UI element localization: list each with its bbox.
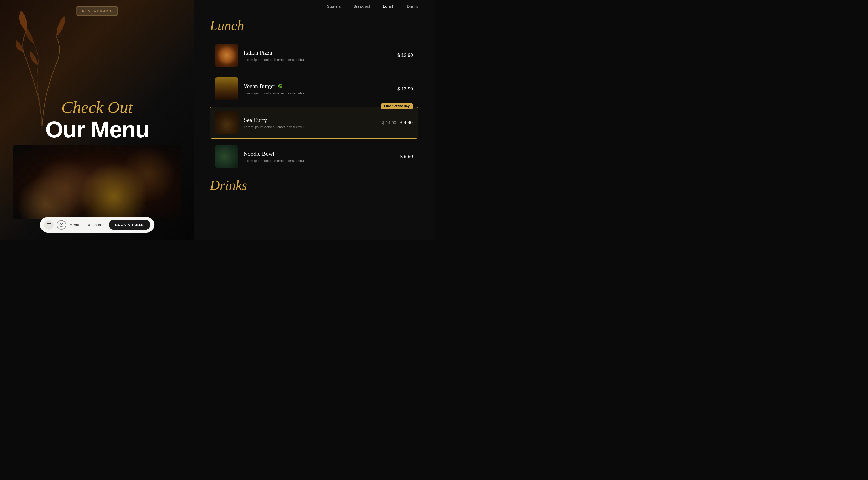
right-panel: Starters Breakfast Lunch Drinks Lunch It… <box>194 0 434 240</box>
top-nav: Starters Breakfast Lunch Drinks <box>210 0 418 12</box>
menu-icon[interactable] <box>44 220 54 230</box>
lunch-section-title: Lunch <box>210 18 418 33</box>
menu-item-sea-curry[interactable]: Lunch of the Day Sea Curry Lorem ipsum d… <box>210 107 418 139</box>
vegan-burger-info: Vegan Burger 🌿 Lorem ipsum dolor sit ame… <box>244 83 392 95</box>
book-table-button[interactable]: BOOK A TABLE <box>109 220 150 230</box>
nav-lunch[interactable]: Lunch <box>383 4 395 8</box>
svg-rect-1 <box>47 225 51 225</box>
nav-divider: | <box>83 222 84 228</box>
menu-nav-label[interactable]: Menu <box>69 222 79 227</box>
noodle-bowl-image <box>215 145 238 168</box>
sea-curry-name: Sea Curry <box>244 117 377 124</box>
noodle-bowl-name: Noodle Bowl <box>244 150 395 157</box>
menu-item-vegan-burger[interactable]: Vegan Burger 🌿 Lorem ipsum dolor sit ame… <box>210 73 418 105</box>
clock-icon[interactable] <box>57 220 66 230</box>
nav-starters[interactable]: Starters <box>327 4 341 8</box>
vegan-burger-image <box>215 77 238 100</box>
logo-area: RESTAURANT <box>76 6 118 16</box>
sea-curry-desc: Lorem ipsum dolor sit amet, consectetur <box>244 125 377 129</box>
sea-curry-image <box>215 111 239 134</box>
italian-pizza-image <box>215 44 238 67</box>
sea-curry-price-original: $ 14.90 <box>382 121 396 125</box>
italian-pizza-desc: Lorem ipsum dolor sit amet, consectetur <box>244 58 392 62</box>
svg-rect-2 <box>47 226 51 227</box>
sea-curry-img-inner <box>215 111 239 134</box>
noodle-bowl-info: Noodle Bowl Lorem ipsum dolor sit amet, … <box>244 150 395 163</box>
sea-curry-info: Sea Curry Lorem ipsum dolor sit amet, co… <box>244 117 377 129</box>
svg-line-5 <box>61 225 62 226</box>
nav-drinks[interactable]: Drinks <box>407 4 418 8</box>
logo-text: RESTAURANT <box>82 9 112 13</box>
check-out-text: Check Out <box>19 99 176 116</box>
italian-pizza-name: Italian Pizza <box>244 49 392 56</box>
restaurant-nav-label[interactable]: Restaurant <box>86 222 105 227</box>
food-photo <box>13 145 181 219</box>
italian-pizza-img-inner <box>215 44 238 67</box>
noodle-bowl-img-inner <box>215 145 238 168</box>
vegan-burger-name: Vegan Burger 🌿 <box>244 83 392 90</box>
italian-pizza-info: Italian Pizza Lorem ipsum dolor sit amet… <box>244 49 392 62</box>
left-panel: RESTAURANT Check Out Our Menu Menu | Res… <box>0 0 194 240</box>
sea-curry-price: $ 14.90 $ 9.90 <box>382 120 413 126</box>
hero-text: Check Out Our Menu <box>19 99 176 141</box>
vegan-burger-img-inner <box>215 77 238 100</box>
noodle-bowl-price: $ 9.90 <box>400 154 413 160</box>
noodle-bowl-desc: Lorem ipsum dolor sit amet, consectetur <box>244 159 395 163</box>
vegan-burger-price: $ 13.90 <box>397 86 413 92</box>
our-menu-text: Our Menu <box>19 118 176 141</box>
menu-item-italian-pizza[interactable]: Italian Pizza Lorem ipsum dolor sit amet… <box>210 40 418 71</box>
vegan-burger-desc: Lorem ipsum dolor sit amet, consectetur <box>244 91 392 95</box>
drinks-section-title: Drinks <box>210 177 418 193</box>
lunch-of-the-day-badge: Lunch of the Day <box>381 103 413 109</box>
nav-breakfast[interactable]: Breakfast <box>353 4 370 8</box>
italian-pizza-price: $ 12.90 <box>397 53 413 58</box>
svg-rect-0 <box>47 224 51 224</box>
menu-item-noodle-bowl[interactable]: Noodle Bowl Lorem ipsum dolor sit amet, … <box>210 141 418 172</box>
vegan-leaf-icon: 🌿 <box>277 83 283 89</box>
bottom-nav-bar: Menu | Restaurant BOOK A TABLE <box>40 217 154 233</box>
